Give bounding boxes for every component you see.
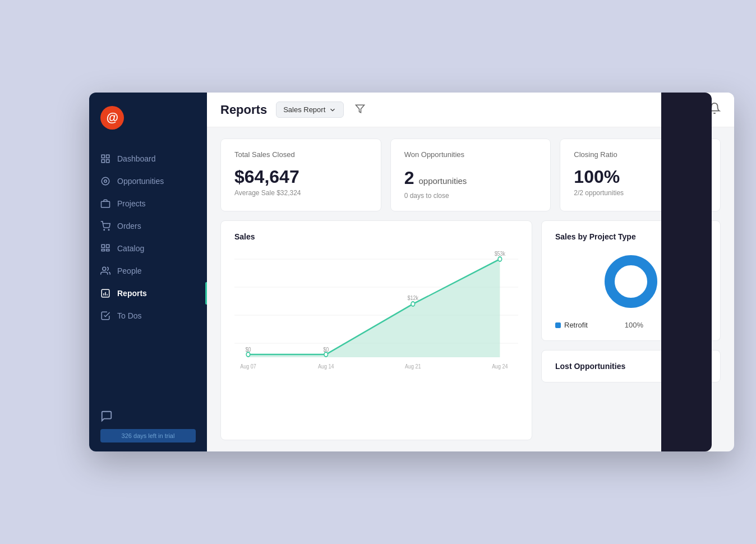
won-opps-title: Won Opportunities <box>404 150 537 159</box>
svg-text:$0: $0 <box>246 346 251 353</box>
todos-icon <box>100 311 110 321</box>
total-sales-sub: Average Sale $32,324 <box>234 189 367 197</box>
total-sales-title: Total Sales Closed <box>234 150 367 159</box>
legend-label: Retrofit <box>564 321 588 329</box>
catalog-label: Catalog <box>117 244 144 253</box>
sidebar-nav: Dashboard Opportunities <box>89 143 207 401</box>
svg-marker-18 <box>356 105 365 113</box>
reports-label: Reports <box>117 289 147 298</box>
header: Reports Sales Report <box>207 93 734 127</box>
feedback-icon[interactable] <box>100 410 113 425</box>
chart-area: $0 $0 $12k $53k Aug 07 Aug 14 Aug 21 Aug… <box>234 248 518 428</box>
stat-cards: Total Sales Closed $64,647 Average Sale … <box>220 139 721 211</box>
svg-point-4 <box>102 177 109 185</box>
people-label: People <box>117 266 142 275</box>
won-opps-number: 2 <box>404 168 414 188</box>
sidebar-item-catalog[interactable]: Catalog <box>89 237 207 260</box>
svg-text:Aug 07: Aug 07 <box>240 363 256 370</box>
chevron-down-icon <box>329 106 336 114</box>
sidebar-item-orders[interactable]: Orders <box>89 215 207 237</box>
trial-banner: 326 days left in trial <box>100 429 196 442</box>
donut-svg <box>603 253 659 310</box>
sidebar-item-reports[interactable]: Reports <box>89 282 207 305</box>
projects-label: Projects <box>117 199 146 208</box>
sidebar-item-dashboard[interactable]: Dashboard <box>89 147 207 170</box>
svg-rect-3 <box>107 160 109 163</box>
svg-point-13 <box>103 267 106 270</box>
orders-icon <box>100 221 110 231</box>
legend-dot <box>555 322 561 328</box>
chart-fill <box>248 259 500 357</box>
svg-text:Aug 14: Aug 14 <box>318 363 334 370</box>
dark-side-panel <box>661 93 712 451</box>
filter-button[interactable] <box>353 102 367 118</box>
sales-chart-title: Sales <box>234 232 518 241</box>
opportunities-icon <box>100 176 110 186</box>
chart-point <box>411 302 415 306</box>
sidebar-item-opportunities[interactable]: Opportunities <box>89 170 207 192</box>
won-opps-sub: 0 days to close <box>404 192 537 200</box>
won-opps-value-row: 2 opportunities <box>404 168 537 188</box>
header-left: Reports Sales Report <box>220 102 367 118</box>
svg-point-32 <box>617 268 644 295</box>
svg-rect-12 <box>107 250 109 251</box>
svg-rect-10 <box>107 245 109 247</box>
svg-point-7 <box>104 229 105 230</box>
svg-text:Aug 24: Aug 24 <box>492 363 508 370</box>
app-logo: @ <box>100 106 124 130</box>
orders-label: Orders <box>117 222 141 230</box>
content-area: Total Sales Closed $64,647 Average Sale … <box>207 127 734 451</box>
svg-rect-6 <box>102 201 110 208</box>
chart-point <box>498 257 502 261</box>
reports-icon <box>100 288 110 298</box>
svg-text:$0: $0 <box>323 346 329 353</box>
legend-pct: 100% <box>625 321 643 329</box>
svg-text:Aug 21: Aug 21 <box>405 363 421 370</box>
bottom-row: Sales <box>220 220 721 440</box>
won-opps-card: Won Opportunities 2 opportunities 0 days… <box>390 139 551 211</box>
projects-icon <box>100 199 110 209</box>
total-sales-card: Total Sales Closed $64,647 Average Sale … <box>220 139 381 211</box>
sales-chart-svg: $0 $0 $12k $53k Aug 07 Aug 14 Aug 21 Aug… <box>234 248 518 371</box>
sidebar-item-projects[interactable]: Projects <box>89 192 207 215</box>
dashboard-label: Dashboard <box>117 154 156 163</box>
svg-rect-11 <box>102 250 104 251</box>
sidebar-bottom: 326 days left in trial <box>89 401 207 451</box>
svg-rect-1 <box>107 155 109 158</box>
todos-label: To Dos <box>117 311 142 320</box>
report-selector-label: Sales Report <box>283 105 325 114</box>
svg-rect-0 <box>102 155 104 158</box>
catalog-icon <box>100 243 110 253</box>
app-window: @ Dashboard <box>89 93 734 451</box>
sidebar-logo: @ <box>89 93 207 143</box>
svg-text:$12k: $12k <box>408 294 419 301</box>
svg-rect-2 <box>102 160 104 163</box>
main-content: Reports Sales Report <box>207 93 734 451</box>
page-title: Reports <box>220 103 267 117</box>
report-selector[interactable]: Sales Report <box>276 102 344 118</box>
sidebar: @ Dashboard <box>89 93 207 451</box>
won-opps-unit: opportunities <box>418 176 467 186</box>
people-icon <box>100 266 110 276</box>
svg-text:$53k: $53k <box>495 250 506 257</box>
opportunities-label: Opportunities <box>117 177 164 186</box>
total-sales-value: $64,647 <box>234 168 367 186</box>
svg-point-5 <box>104 180 107 183</box>
sidebar-item-people[interactable]: People <box>89 260 207 282</box>
svg-rect-9 <box>102 245 104 247</box>
sales-chart-card: Sales <box>220 220 532 440</box>
dashboard-icon <box>100 154 110 164</box>
sidebar-item-todos[interactable]: To Dos <box>89 305 207 327</box>
svg-point-8 <box>108 229 109 230</box>
